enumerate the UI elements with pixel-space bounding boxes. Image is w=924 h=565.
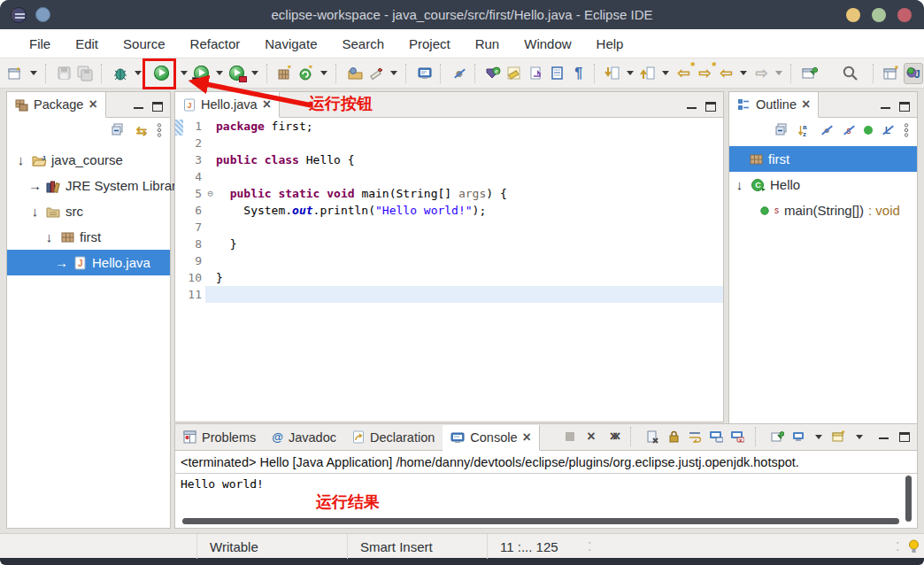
- view-menu-icon[interactable]: [156, 123, 163, 137]
- outline-item-hello[interactable]: ↓ C Hello: [729, 172, 917, 197]
- menu-navigate[interactable]: Navigate: [253, 33, 328, 55]
- vertical-scrollbar[interactable]: [905, 476, 912, 522]
- menu-window[interactable]: Window: [512, 33, 582, 55]
- previous-annotation-button[interactable]: [638, 63, 658, 84]
- tree-item-jre-system-library[interactable]: → JRE System Library: [7, 173, 170, 198]
- outline-item-first[interactable]: first: [729, 146, 917, 172]
- quick-fix-bulb[interactable]: [896, 534, 920, 559]
- sort-icon[interactable]: az: [798, 123, 812, 137]
- expand-arrow-icon[interactable]: →: [28, 178, 42, 193]
- code-line[interactable]: 4: [175, 168, 723, 185]
- tree-item-java-course[interactable]: ↓ J java_course: [7, 147, 170, 173]
- close-icon[interactable]: ×: [802, 97, 810, 112]
- crossed-pin-button[interactable]: ●: [450, 63, 469, 84]
- code-line[interactable]: 11: [175, 286, 723, 303]
- display-console-dropdown-icon[interactable]: [815, 435, 822, 439]
- minimize-view-icon[interactable]: [134, 104, 143, 109]
- tab-declaration[interactable]: Declaration: [344, 424, 443, 450]
- tab-console[interactable]: Console ×: [443, 425, 540, 451]
- menu-refactor[interactable]: Refactor: [179, 33, 252, 55]
- outline-item-main[interactable]: s main(String[]) : void: [729, 197, 917, 223]
- hide-local-types-icon[interactable]: L: [881, 123, 895, 137]
- show-source-button[interactable]: [527, 63, 546, 84]
- code-editor[interactable]: 1package first;23public class Hello {45⊖…: [175, 118, 723, 303]
- mark-occurrences-button[interactable]: [505, 63, 525, 84]
- display-console-button[interactable]: [790, 429, 806, 445]
- remove-launch-button[interactable]: ×: [583, 429, 599, 445]
- forward-button[interactable]: ⇨: [751, 63, 771, 84]
- menu-search[interactable]: Search: [330, 33, 396, 55]
- menu-edit[interactable]: Edit: [64, 33, 110, 55]
- forward-dropdown-icon[interactable]: [775, 71, 782, 75]
- expand-arrow-icon[interactable]: →: [55, 255, 68, 270]
- open-console-view-button[interactable]: [415, 63, 435, 84]
- tab-problems[interactable]: Problems: [175, 424, 264, 450]
- remove-all-terminated-button[interactable]: ××: [604, 429, 620, 445]
- back-dropdown-icon[interactable]: [740, 71, 747, 75]
- close-icon[interactable]: ×: [523, 430, 531, 445]
- expand-arrow-icon[interactable]: ↓: [42, 229, 56, 244]
- new-wizard-dropdown-icon[interactable]: [30, 71, 37, 75]
- menu-run[interactable]: Run: [464, 33, 512, 55]
- code-line[interactable]: 2: [175, 135, 723, 151]
- pin-console-button[interactable]: [769, 429, 785, 445]
- fold-collapse-icon[interactable]: ⊖: [207, 185, 213, 202]
- close-icon[interactable]: ×: [89, 97, 96, 112]
- close-window-button[interactable]: [897, 8, 912, 22]
- open-console-dropdown-icon[interactable]: [856, 435, 863, 439]
- coverage-dropdown-icon[interactable]: [216, 71, 223, 75]
- collapse-all-icon[interactable]: [775, 123, 790, 137]
- coverage-button[interactable]: [192, 63, 212, 84]
- tab-javadoc[interactable]: @ Javadoc: [264, 424, 344, 450]
- new-element-dropdown-icon[interactable]: [320, 71, 327, 75]
- tree-item-first[interactable]: ↓ first: [7, 224, 170, 250]
- run-dropdown-icon[interactable]: [181, 71, 188, 75]
- console-output-area[interactable]: Hello world!: [175, 474, 917, 529]
- close-icon[interactable]: ×: [263, 97, 271, 112]
- expand-arrow-icon[interactable]: ↓: [733, 177, 746, 192]
- tree-item-src[interactable]: ↓ src: [7, 198, 170, 224]
- search-button[interactable]: [840, 63, 859, 84]
- hide-static-members-icon[interactable]: s: [842, 123, 856, 137]
- debug-dropdown-icon[interactable]: [135, 71, 142, 75]
- open-console-button[interactable]: *: [831, 429, 847, 445]
- code-line[interactable]: 3public class Hello {: [175, 151, 723, 168]
- minimize-view-icon[interactable]: [879, 435, 889, 439]
- maximize-window-button[interactable]: [872, 8, 886, 22]
- debug-button[interactable]: [111, 63, 130, 84]
- horizontal-scrollbar[interactable]: [182, 518, 899, 524]
- show-selected-element-button[interactable]: [548, 63, 567, 84]
- show-whitespace-button[interactable]: ¶: [569, 63, 589, 84]
- code-line[interactable]: 5⊖ public static void main(String[] args…: [175, 185, 723, 202]
- code-line[interactable]: 9: [175, 252, 723, 269]
- maximize-view-icon[interactable]: [705, 102, 716, 112]
- code-line[interactable]: 8 }: [175, 236, 723, 252]
- view-menu-icon[interactable]: [903, 123, 910, 137]
- titlebar[interactable]: eclipse-workspace - java_course/src/firs…: [0, 0, 924, 29]
- minimize-view-icon[interactable]: [687, 104, 697, 109]
- menu-project[interactable]: Project: [397, 33, 462, 55]
- back-button[interactable]: ⇦: [716, 63, 735, 84]
- maximize-view-icon[interactable]: [899, 432, 910, 442]
- profile-dropdown-icon[interactable]: [251, 71, 258, 75]
- menu-source[interactable]: Source: [112, 33, 177, 55]
- save-all-button[interactable]: [76, 63, 96, 84]
- run-button[interactable]: [152, 63, 172, 84]
- next-edit-location-button[interactable]: ⇨*: [695, 63, 714, 84]
- tab-outline[interactable]: Outline ×: [729, 92, 819, 118]
- new-wizard-button[interactable]: *: [6, 63, 26, 84]
- show-stdout-button[interactable]: [708, 429, 724, 445]
- minimize-window-button[interactable]: [846, 8, 860, 22]
- tab-hello-java[interactable]: J Hello.java ×: [175, 92, 280, 118]
- maximize-view-icon[interactable]: [152, 102, 163, 112]
- menu-file[interactable]: File: [18, 33, 62, 55]
- new-java-project-button[interactable]: *: [275, 63, 295, 84]
- show-stderr-button[interactable]: x: [729, 429, 745, 445]
- new-element-wizard-button[interactable]: *: [296, 63, 316, 84]
- terminate-button[interactable]: [562, 429, 578, 445]
- expand-arrow-icon[interactable]: ↓: [14, 152, 27, 167]
- pin-editor-button[interactable]: [800, 63, 820, 84]
- expand-arrow-icon[interactable]: ↓: [28, 204, 42, 219]
- pen-tool-button[interactable]: [366, 63, 386, 84]
- word-wrap-button[interactable]: [687, 429, 703, 445]
